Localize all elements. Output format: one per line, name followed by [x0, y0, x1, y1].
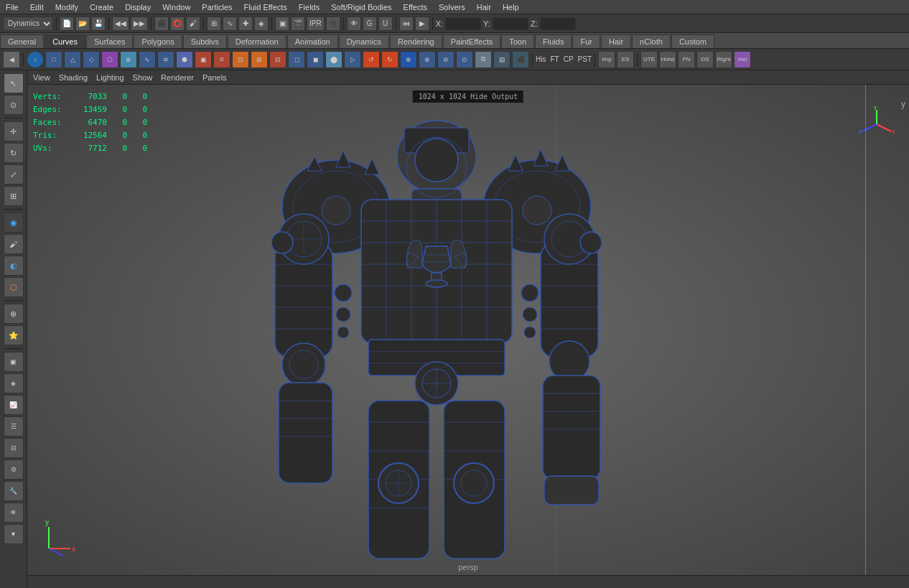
show-hide-btn[interactable]: 👁 — [347, 17, 361, 31]
mel-icon[interactable]: mel — [734, 51, 751, 68]
right-icon[interactable]: Right — [715, 51, 732, 68]
select-btn[interactable]: ⬛ — [154, 17, 169, 31]
menu-item-fields[interactable]: Fields — [293, 1, 325, 13]
shelf-icon-22[interactable]: ⊗ — [419, 51, 436, 68]
menu-item-file[interactable]: File — [0, 1, 24, 13]
menu-item-effects[interactable]: Effects — [398, 1, 433, 13]
snap-curve-btn[interactable]: ∿ — [223, 17, 237, 31]
outliner-btn[interactable]: ☰ — [4, 416, 24, 437]
transform-tool[interactable]: ⊞ — [4, 186, 24, 206]
menu-item-modify[interactable]: Modify — [50, 1, 84, 13]
y-input[interactable] — [493, 17, 528, 30]
tab-general[interactable]: General — [0, 34, 44, 48]
tab-curves[interactable]: Curves — [45, 34, 85, 48]
menu-item-edit[interactable]: Edit — [24, 1, 50, 13]
timeline-btn[interactable]: ⏮ — [399, 17, 414, 31]
open-btn[interactable]: 📂 — [75, 17, 90, 31]
snap-grid-btn[interactable]: ⊞ — [207, 17, 221, 31]
shelf-icon-23[interactable]: ⊘ — [437, 51, 454, 68]
snap-surf-btn[interactable]: ◈ — [254, 17, 269, 31]
menu-item-window[interactable]: Window — [157, 1, 196, 13]
shelf-icon-24[interactable]: ⊙ — [456, 51, 473, 68]
menu-item-create[interactable]: Create — [84, 1, 119, 13]
tab-custom[interactable]: Custom — [671, 34, 714, 48]
render-region-btn[interactable]: ▣ — [275, 17, 289, 31]
shelf-icon-4[interactable]: ◇ — [83, 51, 100, 68]
tab-hair[interactable]: Hair — [601, 34, 631, 48]
vp-menu-shading[interactable]: Shading — [59, 73, 88, 82]
menu-item-display[interactable]: Display — [119, 1, 157, 13]
attr-editor-btn[interactable]: ⚙ — [4, 459, 24, 480]
vp-menu-renderer[interactable]: Renderer — [161, 73, 194, 82]
new-btn[interactable]: 📄 — [60, 17, 74, 31]
artisan-tool[interactable]: ⬡ — [4, 277, 24, 297]
shelf-icon-18[interactable]: ▷ — [344, 51, 361, 68]
redo-btn[interactable]: ▶▶ — [131, 17, 148, 31]
shelf-arrow-btn[interactable]: ◀ — [3, 51, 20, 68]
shelf-icon-1[interactable]: ○ — [27, 51, 44, 68]
shelf-icon-3[interactable]: △ — [64, 51, 81, 68]
tab-rendering[interactable]: Rendering — [390, 34, 442, 48]
hypershade-btn[interactable]: ◈ — [4, 373, 24, 393]
vp-menu-show[interactable]: Show — [133, 73, 153, 82]
paint-btn[interactable]: 🖌 — [186, 17, 200, 31]
select-tool[interactable]: ↖ — [4, 73, 24, 93]
menu-item-solvers[interactable]: Solvers — [433, 1, 471, 13]
es-icon[interactable]: ES — [617, 51, 634, 68]
3d-viewport[interactable]: Verts: 7033 0 0 Edges: 13459 0 0 Faces: … — [27, 85, 909, 575]
shelf-icon-19[interactable]: ↺ — [363, 51, 380, 68]
tab-fluids[interactable]: Fluids — [535, 34, 572, 48]
shelf-icon-14[interactable]: ⊟ — [269, 51, 286, 68]
render-btn[interactable]: 🎬 — [291, 17, 305, 31]
fn-icon[interactable]: FN — [678, 51, 695, 68]
shelf-icon-16[interactable]: ◼ — [307, 51, 324, 68]
tool-settings-btn[interactable]: 🔧 — [4, 481, 24, 501]
scale-tool[interactable]: ⤢ — [4, 164, 24, 185]
disp-render-btn[interactable]: 🎥 — [326, 17, 340, 31]
graph-editor-btn[interactable]: 📈 — [4, 395, 24, 415]
tab-polygons[interactable]: Polygons — [134, 34, 182, 48]
rotate-tool[interactable]: ↻ — [4, 143, 24, 163]
play-btn[interactable]: ▶ — [415, 17, 429, 31]
shelf-icon-20[interactable]: ↻ — [381, 51, 398, 68]
tab-subdivs[interactable]: Subdivs — [183, 34, 227, 48]
soft-select-tool[interactable]: ◉ — [4, 213, 24, 233]
x-input[interactable] — [445, 17, 481, 30]
show-manipulator[interactable]: ⊕ — [4, 304, 24, 324]
shelf-icon-15[interactable]: ◻ — [288, 51, 305, 68]
shelf-icon-2[interactable]: □ — [45, 51, 62, 68]
paint-select-tool[interactable]: ⊙ — [4, 95, 24, 115]
channel-box-btn[interactable]: ⊟ — [4, 438, 24, 458]
tab-toon[interactable]: Toon — [501, 34, 534, 48]
vp-menu-view[interactable]: View — [33, 73, 50, 82]
tab-ncloth[interactable]: nCloth — [632, 34, 671, 48]
shelf-icon-9[interactable]: ⬢ — [176, 51, 193, 68]
menu-item-help[interactable]: Help — [497, 1, 525, 13]
shelf-icon-6[interactable]: ⊕ — [120, 51, 137, 68]
vp-menu-lighting[interactable]: Lighting — [96, 73, 124, 82]
dynamics-select[interactable]: Dynamics — [3, 17, 53, 31]
shelf-icon-11[interactable]: ⧈ — [213, 51, 230, 68]
down-arrow-btn[interactable]: ▼ — [4, 524, 24, 544]
shelf-icon-12[interactable]: ⊡ — [232, 51, 249, 68]
ds-icon[interactable]: DS — [696, 51, 714, 68]
shelf-icon-27[interactable]: ⬛ — [512, 51, 529, 68]
last-tool[interactable]: ⭐ — [4, 325, 24, 345]
undo-btn[interactable]: ◀◀ — [112, 17, 129, 31]
render-view-btn[interactable]: ▣ — [4, 352, 24, 372]
ungroup-btn[interactable]: U — [378, 17, 393, 31]
imp-icon[interactable]: Imp — [598, 51, 615, 68]
shelf-icon-17[interactable]: ⬤ — [325, 51, 342, 68]
shelf-icon-8[interactable]: ≋ — [157, 51, 174, 68]
ute-icon[interactable]: UTE — [640, 51, 658, 68]
snap-point-btn[interactable]: ✚ — [238, 17, 253, 31]
tab-fur[interactable]: Fur — [572, 34, 600, 48]
shelf-icon-25[interactable]: ⧉ — [475, 51, 492, 68]
shelf-icon-13[interactable]: ⊞ — [251, 51, 268, 68]
paint-weights-tool[interactable]: 🖌 — [4, 234, 24, 254]
tab-deformation[interactable]: Deformation — [228, 34, 286, 48]
tab-surfaces[interactable]: Surfaces — [86, 34, 133, 48]
shelf-icon-26[interactable]: ▤ — [493, 51, 511, 68]
lasso-btn[interactable]: ⭕ — [170, 17, 185, 31]
shelf-icon-5[interactable]: ⬡ — [101, 51, 118, 68]
